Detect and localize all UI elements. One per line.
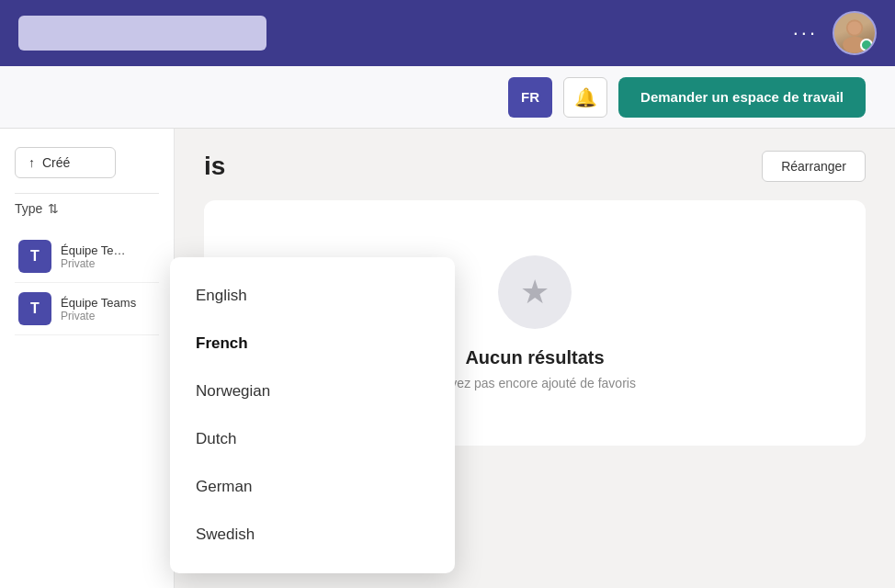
type-label: Type xyxy=(15,201,42,216)
team-info-1: Équipe Te… Private xyxy=(61,243,126,270)
list-item[interactable]: T Équipe Teams Private xyxy=(15,283,159,335)
main-area: ↑ Créé Type ⇅ T Équipe Te… Private T xyxy=(0,129,895,588)
request-workspace-button[interactable]: Demander un espace de travail xyxy=(618,77,866,118)
teams-icon-bg-2: T xyxy=(18,292,51,325)
dropdown-item-english[interactable]: English xyxy=(170,272,455,320)
team-list: T Équipe Te… Private T Équipe Teams Priv… xyxy=(15,231,159,335)
dropdown-item-swedish[interactable]: Swedish xyxy=(170,511,455,559)
sort-button[interactable]: ↑ Créé xyxy=(15,147,116,178)
teams-icon-bg: T xyxy=(18,240,51,273)
teams-logo-icon: T xyxy=(30,248,40,265)
star-circle: ★ xyxy=(498,255,572,329)
bell-icon: 🔔 xyxy=(574,86,597,108)
team-type-1: Private xyxy=(61,257,126,270)
sort-arrows-icon: ⇅ xyxy=(48,201,59,216)
notification-button[interactable]: 🔔 xyxy=(563,77,607,118)
sort-label: Créé xyxy=(42,155,70,170)
topbar-right: ··· xyxy=(793,11,877,55)
subheader: FR 🔔 Demander un espace de travail xyxy=(0,66,895,129)
rearrange-button[interactable]: Réarranger xyxy=(762,151,866,182)
language-button[interactable]: FR xyxy=(508,77,552,118)
type-column-header: Type ⇅ xyxy=(15,193,159,223)
team-name-1: Équipe Te… xyxy=(61,243,126,257)
teams-logo-icon-2: T xyxy=(30,300,40,317)
page-title: is xyxy=(204,152,225,181)
search-bar[interactable] xyxy=(18,16,266,51)
avatar[interactable] xyxy=(833,11,877,55)
language-dropdown: English French Norwegian Dutch German Sw… xyxy=(170,257,455,573)
sort-icon: ↑ xyxy=(28,155,35,170)
topbar: ··· xyxy=(0,0,895,66)
dropdown-item-dutch[interactable]: Dutch xyxy=(170,415,455,463)
star-icon: ★ xyxy=(520,273,549,311)
more-options-icon[interactable]: ··· xyxy=(793,21,818,45)
empty-title: Aucun résultats xyxy=(465,347,604,368)
team-name-2: Équipe Teams xyxy=(61,296,136,310)
dropdown-item-norwegian[interactable]: Norwegian xyxy=(170,368,455,415)
list-item[interactable]: T Équipe Te… Private xyxy=(15,231,159,283)
dropdown-item-french[interactable]: French xyxy=(170,320,455,368)
online-badge xyxy=(860,39,873,51)
empty-subtitle: n'avez pas encore ajouté de favoris xyxy=(434,376,636,390)
team-type-2: Private xyxy=(61,310,136,322)
team-info-2: Équipe Teams Private xyxy=(61,296,136,322)
left-panel: ↑ Créé Type ⇅ T Équipe Te… Private T xyxy=(0,129,175,588)
svg-point-2 xyxy=(848,21,862,35)
content-header: is Réarranger xyxy=(204,151,866,182)
dropdown-item-german[interactable]: German xyxy=(170,463,455,511)
